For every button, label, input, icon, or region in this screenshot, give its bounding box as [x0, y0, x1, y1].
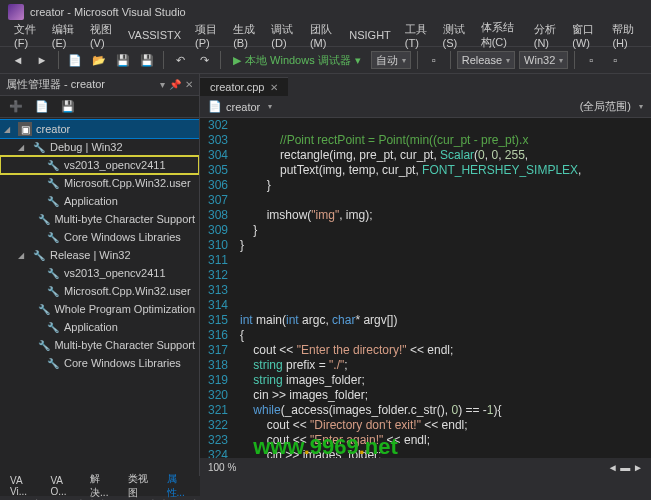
nav-fwd-icon[interactable]: ► [32, 50, 52, 70]
save-all-icon[interactable]: 💾 [137, 50, 157, 70]
tree-item-vs2013-opencv2411[interactable]: 🔧vs2013_opencv2411 [0, 156, 199, 174]
tool-tab[interactable]: 查找结果 1 [70, 496, 130, 500]
platform-combo[interactable]: Win32 [519, 51, 568, 69]
tree-config-release---win32[interactable]: ◢🔧Release | Win32 [0, 246, 199, 264]
close-icon[interactable]: ✕ [185, 79, 193, 90]
tool-tab[interactable]: 查找符号结果 [142, 496, 214, 500]
menu-item[interactable]: 帮助(H) [606, 20, 643, 51]
tree-item-whole-program-optimization[interactable]: 🔧Whole Program Optimization [0, 300, 199, 318]
toolbar-icon[interactable]: ▫ [424, 50, 444, 70]
property-manager-panel: 属性管理器 - creator ▾ 📌 ✕ ➕ 📄 💾 ◢▣creator◢🔧D… [0, 74, 200, 476]
menu-item[interactable]: 团队(M) [304, 20, 341, 51]
start-debug-label: 本地 Windows 调试器 [245, 53, 351, 68]
release-combo[interactable]: Release [457, 51, 515, 69]
menu-item[interactable]: 体系结构(C) [475, 18, 526, 52]
new-project-icon[interactable]: 📄 [65, 50, 85, 70]
tree-config-debug---win32[interactable]: ◢🔧Debug | Win32 [0, 138, 199, 156]
tree-item-multi-byte-character-support[interactable]: 🔧Multi-byte Character Support [0, 210, 199, 228]
breadcrumb-scope[interactable]: 📄 creator [208, 100, 260, 113]
menu-item[interactable]: 窗口(W) [566, 20, 604, 51]
add-sheet-icon[interactable]: ➕ [6, 97, 26, 117]
add-existing-icon[interactable]: 📄 [32, 97, 52, 117]
menu-item[interactable]: VASSISTX [122, 27, 187, 43]
save-icon[interactable]: 💾 [113, 50, 133, 70]
tab-creator-cpp[interactable]: creator.cpp ✕ [200, 77, 288, 96]
menu-item[interactable]: 项目(P) [189, 20, 225, 51]
menu-item[interactable]: 视图(V) [84, 20, 120, 51]
tree-item-application[interactable]: 🔧Application [0, 192, 199, 210]
redo-icon[interactable]: ↷ [194, 50, 214, 70]
tree-project-creator[interactable]: ◢▣creator [0, 120, 199, 138]
vs-logo-icon [8, 4, 24, 20]
tool-window-tabs: 命令窗口查找结果 1查找符号结果 [0, 496, 651, 500]
menu-item[interactable]: 测试(S) [437, 20, 473, 51]
pin-icon[interactable]: 📌 [169, 79, 181, 90]
tree-item-application[interactable]: 🔧Application [0, 318, 199, 336]
menu-item[interactable]: 工具(T) [399, 20, 435, 51]
panel-title: 属性管理器 - creator [6, 77, 105, 92]
menu-bar: 文件(F)编辑(E)视图(V)VASSISTX项目(P)生成(B)调试(D)团队… [0, 24, 651, 46]
save-prop-icon[interactable]: 💾 [58, 97, 78, 117]
panel-toolbar: ➕ 📄 💾 [0, 96, 199, 118]
menu-item[interactable]: 生成(B) [227, 20, 263, 51]
tool-tab[interactable]: 命令窗口 [6, 496, 58, 500]
property-tree: ◢▣creator◢🔧Debug | Win32🔧vs2013_opencv24… [0, 118, 199, 476]
editor-tabs: creator.cpp ✕ [200, 74, 651, 96]
menu-item[interactable]: 编辑(E) [46, 20, 82, 51]
toolbar-icon[interactable]: ▫ [605, 50, 625, 70]
tree-item-multi-byte-character-support[interactable]: 🔧Multi-byte Character Support [0, 336, 199, 354]
editor-area: creator.cpp ✕ 📄 creator ▾ (全局范围) ▾ 30230… [200, 74, 651, 476]
menu-item[interactable]: NSIGHT [343, 27, 397, 43]
tree-item-microsoft-cpp-win32-user[interactable]: 🔧Microsoft.Cpp.Win32.user [0, 282, 199, 300]
start-debug-button[interactable]: ▶ 本地 Windows 调试器 ▾ [227, 51, 367, 70]
breadcrumb-member[interactable]: (全局范围) [580, 99, 631, 114]
window-title: creator - Microsoft Visual Studio [30, 6, 186, 18]
menu-item[interactable]: 文件(F) [8, 20, 44, 51]
toolbar-icon[interactable]: ▫ [581, 50, 601, 70]
code-editor[interactable]: 302303 //Point rectPoint = Point(min((cu… [200, 118, 651, 458]
tree-item-core-windows-libraries[interactable]: 🔧Core Windows Libraries [0, 354, 199, 372]
editor-footer: 100 % ◄ ▬ ► [200, 458, 651, 476]
nav-back-icon[interactable]: ◄ [8, 50, 28, 70]
dropdown-icon[interactable]: ▾ [160, 79, 165, 90]
menu-item[interactable]: 调试(D) [265, 20, 302, 51]
panel-header: 属性管理器 - creator ▾ 📌 ✕ [0, 74, 199, 96]
tree-item-microsoft-cpp-win32-user[interactable]: 🔧Microsoft.Cpp.Win32.user [0, 174, 199, 192]
open-icon[interactable]: 📂 [89, 50, 109, 70]
config-combo[interactable]: 自动 [371, 51, 411, 69]
breadcrumb-bar: 📄 creator ▾ (全局范围) ▾ [200, 96, 651, 118]
close-icon[interactable]: ✕ [270, 82, 278, 93]
tab-label: creator.cpp [210, 81, 264, 93]
toolbar: ◄ ► 📄 📂 💾 💾 ↶ ↷ ▶ 本地 Windows 调试器 ▾ 自动 ▫ … [0, 46, 651, 74]
zoom-level[interactable]: 100 % [208, 462, 236, 473]
sidebar-bottom-tabs: VA Vi...VA O...解决...类视图属性... [0, 476, 200, 496]
tree-item-vs2013-opencv2411[interactable]: 🔧vs2013_opencv2411 [0, 264, 199, 282]
undo-icon[interactable]: ↶ [170, 50, 190, 70]
tree-item-core-windows-libraries[interactable]: 🔧Core Windows Libraries [0, 228, 199, 246]
menu-item[interactable]: 分析(N) [528, 20, 565, 51]
